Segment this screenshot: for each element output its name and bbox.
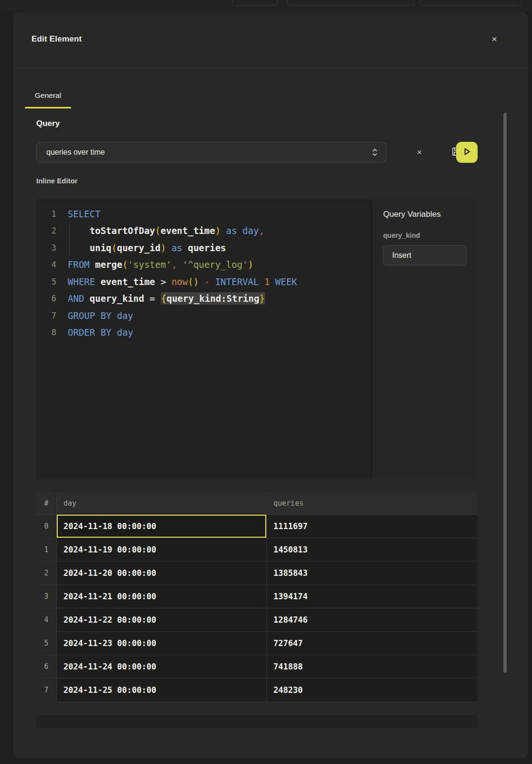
line-number: 2 bbox=[36, 226, 56, 235]
day-cell[interactable]: 2024-11-23 00:00:00 bbox=[57, 632, 267, 655]
queries-cell[interactable]: 1284746 bbox=[267, 608, 478, 632]
edit-element-modal: Edit Element × General Query queries ove… bbox=[13, 12, 528, 758]
code-line: 6AND query_kind = {query_kind:String} bbox=[36, 290, 371, 308]
screen: Edit Element × General Query queries ove… bbox=[0, 0, 532, 764]
results-table-footer bbox=[36, 715, 478, 728]
modal-scrollbar-thumb[interactable] bbox=[503, 113, 507, 673]
code-line: 7GROUP BY day bbox=[36, 307, 371, 324]
query-picker-row: queries over time × bbox=[36, 142, 478, 163]
run-query-button[interactable] bbox=[456, 142, 478, 163]
line-number: 7 bbox=[36, 311, 56, 320]
sql-editor[interactable]: 1SELECT2 toStartOfDay(event_time) as day… bbox=[36, 199, 371, 479]
table-row: 32024-11-21 00:00:001394174 bbox=[36, 585, 478, 608]
table-row: 22024-11-20 00:00:001385843 bbox=[36, 562, 478, 585]
code-line: 4FROM merge('system', '^query_log') bbox=[36, 256, 371, 274]
row-index-cell: 4 bbox=[36, 608, 57, 632]
day-cell[interactable]: 2024-11-22 00:00:00 bbox=[57, 608, 267, 632]
insert-variable-button[interactable]: Insert bbox=[383, 245, 467, 265]
row-index-cell: 1 bbox=[36, 538, 57, 562]
day-cell[interactable]: 2024-11-19 00:00:00 bbox=[57, 538, 267, 562]
tab-label: General bbox=[35, 91, 61, 99]
column-header[interactable]: day bbox=[57, 492, 267, 515]
background-button[interactable] bbox=[287, 0, 414, 6]
queries-cell[interactable]: 1111697 bbox=[267, 515, 478, 538]
query-param-token: {query_kind:String} bbox=[161, 292, 265, 305]
row-index-cell: 0 bbox=[36, 515, 57, 538]
query-section-heading: Query bbox=[36, 119, 60, 128]
table-row: 52024-11-23 00:00:00727647 bbox=[36, 632, 478, 655]
row-index-cell: 7 bbox=[36, 679, 57, 702]
day-cell[interactable]: 2024-11-24 00:00:00 bbox=[57, 655, 267, 679]
background-button[interactable] bbox=[420, 0, 522, 6]
day-cell-selected[interactable]: 2024-11-18 00:00:00 bbox=[57, 515, 267, 538]
queries-cell[interactable]: 1394174 bbox=[267, 585, 478, 608]
variable-name: query_kind bbox=[383, 232, 467, 239]
line-number: 8 bbox=[36, 328, 56, 337]
results-table: #dayqueries02024-11-18 00:00:00111169712… bbox=[36, 492, 478, 702]
table-row: 72024-11-25 00:00:00248230 bbox=[36, 679, 478, 702]
code-line: 2 toStartOfDay(event_time) as day, bbox=[36, 223, 371, 240]
queries-cell[interactable]: 248230 bbox=[267, 679, 478, 702]
close-icon[interactable]: × bbox=[488, 33, 501, 45]
day-cell[interactable]: 2024-11-20 00:00:00 bbox=[57, 562, 267, 585]
tab-bar: General bbox=[25, 85, 71, 108]
modal-title: Edit Element bbox=[31, 34, 82, 44]
code-line: 1SELECT bbox=[36, 205, 371, 223]
table-row: 02024-11-18 00:00:001111697 bbox=[36, 515, 478, 538]
query-variables-heading: Query Variables bbox=[383, 210, 467, 219]
table-row: 12024-11-19 00:00:001450813 bbox=[36, 538, 478, 562]
line-number: 3 bbox=[36, 243, 56, 253]
line-number: 6 bbox=[36, 294, 56, 303]
clear-query-button[interactable]: × bbox=[409, 142, 430, 163]
background-button[interactable] bbox=[232, 0, 278, 6]
table-row: 62024-11-24 00:00:00741888 bbox=[36, 655, 478, 679]
chevron-up-down-icon bbox=[371, 148, 378, 157]
code-line: 8ORDER BY day bbox=[36, 324, 371, 341]
play-icon bbox=[462, 147, 472, 158]
day-cell[interactable]: 2024-11-25 00:00:00 bbox=[57, 679, 267, 702]
column-header[interactable]: queries bbox=[267, 492, 478, 515]
code-line: 3 uniq(query_id) as queries bbox=[36, 239, 371, 256]
code-line: 5WHERE event_time > now() - INTERVAL 1 W… bbox=[36, 273, 371, 290]
row-index-cell: 5 bbox=[36, 632, 57, 655]
query-select[interactable]: queries over time bbox=[36, 142, 386, 163]
row-index-cell: 3 bbox=[36, 585, 57, 608]
modal-header: Edit Element × bbox=[13, 12, 528, 68]
query-select-value: queries over time bbox=[46, 148, 371, 157]
column-header[interactable]: # bbox=[36, 492, 57, 515]
inline-editor-label: Inline Editor bbox=[36, 177, 78, 185]
day-cell[interactable]: 2024-11-21 00:00:00 bbox=[57, 585, 267, 608]
background-toolbar bbox=[0, 0, 532, 12]
queries-cell[interactable]: 1385843 bbox=[267, 562, 478, 585]
queries-cell[interactable]: 741888 bbox=[267, 655, 478, 679]
query-variables-panel: Query Variables query_kindInsert bbox=[371, 199, 478, 479]
table-header-row: #dayqueries bbox=[36, 492, 478, 515]
inline-editor: 1SELECT2 toStartOfDay(event_time) as day… bbox=[36, 199, 478, 479]
row-index-cell: 6 bbox=[36, 655, 57, 679]
table-row: 42024-11-22 00:00:001284746 bbox=[36, 608, 478, 632]
line-number: 1 bbox=[36, 209, 56, 219]
queries-cell[interactable]: 727647 bbox=[267, 632, 478, 655]
line-number: 4 bbox=[36, 260, 56, 269]
tab-general[interactable]: General bbox=[25, 85, 71, 108]
line-number: 5 bbox=[36, 277, 56, 286]
queries-cell[interactable]: 1450813 bbox=[267, 538, 478, 562]
row-index-cell: 2 bbox=[36, 562, 57, 585]
